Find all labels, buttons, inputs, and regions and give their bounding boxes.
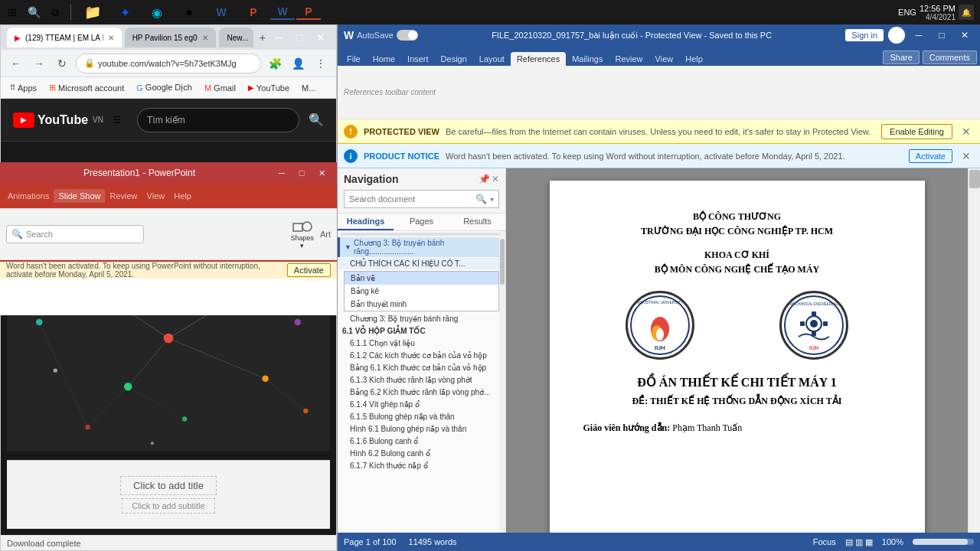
nav-item-6[interactable]: 6.1 VỎ HỘP GIẢM TỐC <box>338 325 505 337</box>
share-button[interactable]: Share <box>883 51 919 64</box>
youtube-logo[interactable]: YouTube VN <box>13 112 103 128</box>
word-tab-insert[interactable]: Insert <box>401 52 435 66</box>
nav-pin-icon[interactable]: 📌 <box>479 174 490 184</box>
ppt-tab-help[interactable]: Help <box>169 189 196 203</box>
hamburger-icon[interactable]: ☰ <box>113 115 128 126</box>
nav-item-11[interactable]: Bảng 6.2 Kích thước rãnh lắp vòng phớ... <box>338 386 505 398</box>
youtube-search[interactable]: Tìm kiếm <box>137 108 299 132</box>
nav-item-7[interactable]: 6.1.1 Chọn vật liệu <box>338 337 505 349</box>
nav-tab-results[interactable]: Results <box>449 214 505 230</box>
nav-search-input[interactable] <box>349 194 472 204</box>
nav-item-3[interactable]: Bảng kê <box>345 285 498 298</box>
notification-icon[interactable]: 🔔 <box>959 5 974 20</box>
enable-editing-button[interactable]: Enable Editing <box>881 124 952 139</box>
word-tab-references[interactable]: References <box>511 52 566 66</box>
word-tab-view[interactable]: View <box>649 52 680 66</box>
nav-tab-pages[interactable]: Pages <box>394 214 449 230</box>
nav-item-16[interactable]: Hình 6.2 Bulong canh ổ <box>338 448 505 459</box>
ppt-tab-review[interactable]: Review <box>105 189 142 203</box>
nav-search-dropdown[interactable]: ▾ <box>490 195 494 204</box>
nav-close-icon[interactable]: ✕ <box>492 174 499 184</box>
url-bar[interactable]: 🔒 youtube.com/watch?v=5h73etK3MJg <box>76 54 261 73</box>
nav-item-10[interactable]: 6.1.3 Kích thước rãnh lắp vòng phớt <box>338 374 505 386</box>
word-restore[interactable]: □ <box>933 28 951 43</box>
browser-tab-2[interactable]: HP Pavilion 15 eg0073TU i3 111... ✕ <box>125 28 217 47</box>
nav-item-0[interactable]: ▼ Chương 3: Bộ truyền bánh răng.........… <box>338 237 505 257</box>
browser-maximize[interactable]: □ <box>290 30 309 45</box>
word-tab-help[interactable]: Help <box>679 52 709 66</box>
nav-item-17[interactable]: 6.1.7 Kích thước nắp ổ <box>338 460 505 471</box>
word-close[interactable]: ✕ <box>956 28 974 43</box>
nav-item-5[interactable]: Chương 3: Bộ truyền bánh răng <box>338 313 505 324</box>
browser-tab-1[interactable]: ▶ (129) TTEAM | EM LÀ NGƯỒ... ✕ <box>7 28 122 47</box>
taskbar-app-explorer[interactable]: 📁 <box>77 0 108 24</box>
nav-scroll-thumb[interactable] <box>500 239 505 285</box>
help-button[interactable]: ? <box>888 27 905 44</box>
activate-button[interactable]: Activate <box>909 149 952 163</box>
bookmark-microsoft[interactable]: ⊞ Microsoft account <box>46 81 127 94</box>
nav-search-box[interactable]: 🔍 ▾ <box>344 190 499 208</box>
ppt-close[interactable]: ✕ <box>312 165 331 181</box>
zoom-slider[interactable] <box>913 539 974 545</box>
refresh-button[interactable]: ↻ <box>53 54 71 73</box>
comments-button[interactable]: Comments <box>923 51 977 64</box>
nav-item-13[interactable]: 6.1.5 Bulong ghép nắp và thân <box>338 411 505 422</box>
slide-click-title[interactable]: Click to add title <box>120 476 217 495</box>
word-tab-review[interactable]: Review <box>609 52 649 66</box>
ppt-maximize[interactable]: □ <box>292 165 311 181</box>
ppt-activate-btn[interactable]: Activate <box>287 263 331 277</box>
taskbar-app-edge-old[interactable]: ◉ <box>142 0 172 24</box>
task-view[interactable]: ⧉ <box>46 3 64 21</box>
taskbar-app-chrome[interactable]: ● <box>174 0 204 24</box>
bookmark-youtube[interactable]: ▶ YouTube <box>245 82 292 94</box>
ppt-minimize[interactable]: ─ <box>273 165 291 181</box>
focus-mode[interactable]: Focus <box>813 537 836 546</box>
yt-search-icon[interactable]: 🔍 <box>309 112 324 127</box>
bookmark-gmail[interactable]: M Gmail <box>201 82 239 94</box>
taskbar-app-word[interactable]: W <box>206 0 237 24</box>
browser-close[interactable]: ✕ <box>312 30 330 45</box>
account-button[interactable]: 👤 <box>289 54 307 73</box>
product-close-icon[interactable]: ✕ <box>959 150 974 162</box>
ppt-tab-slideshow[interactable]: Slide Show <box>54 189 105 203</box>
start-button[interactable]: ⊞ <box>3 3 21 21</box>
menu-button[interactable]: ⋮ <box>312 54 330 73</box>
sign-in-button[interactable]: Sign in <box>845 29 884 41</box>
taskbar-app-ppt[interactable]: P <box>238 0 269 24</box>
extensions-button[interactable]: 🧩 <box>266 54 284 73</box>
nav-item-9[interactable]: Bảng 6.1 Kích thước cơ bản của vỏ hộp <box>338 362 505 373</box>
search-taskbar[interactable]: 🔍 <box>24 3 43 21</box>
doc-scroll-thumb[interactable] <box>969 170 980 188</box>
bookmark-more[interactable]: M... <box>299 82 318 94</box>
word-minimize[interactable]: ─ <box>910 28 928 43</box>
ppt-search-box[interactable]: 🔍 Search <box>6 225 144 243</box>
back-button[interactable]: ← <box>7 54 25 73</box>
protected-close-icon[interactable]: ✕ <box>959 126 974 138</box>
browser-tab-new[interactable]: New... <box>219 28 253 47</box>
tab-close-2[interactable]: ✕ <box>202 34 208 42</box>
nav-item-12[interactable]: 6.1.4 Vít ghép nắp ổ <box>338 399 505 410</box>
nav-item-1[interactable]: CHỦ THÍCH CÁC KÍ HIỆU CÓ T... <box>338 258 505 269</box>
nav-item-14[interactable]: Hình 6.1 Bulong ghép nắp và thân <box>338 423 505 435</box>
autosave-toggle[interactable] <box>397 30 418 41</box>
taskbar-app-dropbox[interactable]: ✦ <box>109 0 140 24</box>
bookmark-apps[interactable]: ⠿ Apps <box>7 82 40 94</box>
word-tab-mailings[interactable]: Mailings <box>566 52 609 66</box>
word-tab-layout[interactable]: Layout <box>473 52 511 66</box>
slide-click-subtitle[interactable]: Click to add subtitle <box>122 498 214 514</box>
nav-tab-headings[interactable]: Headings <box>338 214 394 230</box>
bookmark-google-translate[interactable]: G Google Dịch <box>133 81 195 94</box>
nav-item-8[interactable]: 6.1.2 Các kích thước cơ bản của vỏ hộp <box>338 350 505 361</box>
ppt-tab-animations[interactable]: Animations <box>3 189 54 203</box>
shapes-button[interactable]: Shapes ▾ <box>290 219 314 249</box>
word-tab-design[interactable]: Design <box>435 52 473 66</box>
nav-item-4[interactable]: Bản thuyết minh <box>345 298 498 311</box>
ppt-tab-view[interactable]: View <box>142 189 170 203</box>
word-tab-home[interactable]: Home <box>367 52 401 66</box>
browser-minimize[interactable]: ─ <box>269 30 287 45</box>
tab-close-1[interactable]: ✕ <box>108 34 114 42</box>
new-tab-button[interactable]: + <box>260 31 266 44</box>
nav-item-15[interactable]: 6.1.6 Bulong canh ổ <box>338 435 505 447</box>
word-tab-file[interactable]: File <box>341 52 367 66</box>
nav-search-button[interactable]: 🔍 <box>475 194 487 204</box>
